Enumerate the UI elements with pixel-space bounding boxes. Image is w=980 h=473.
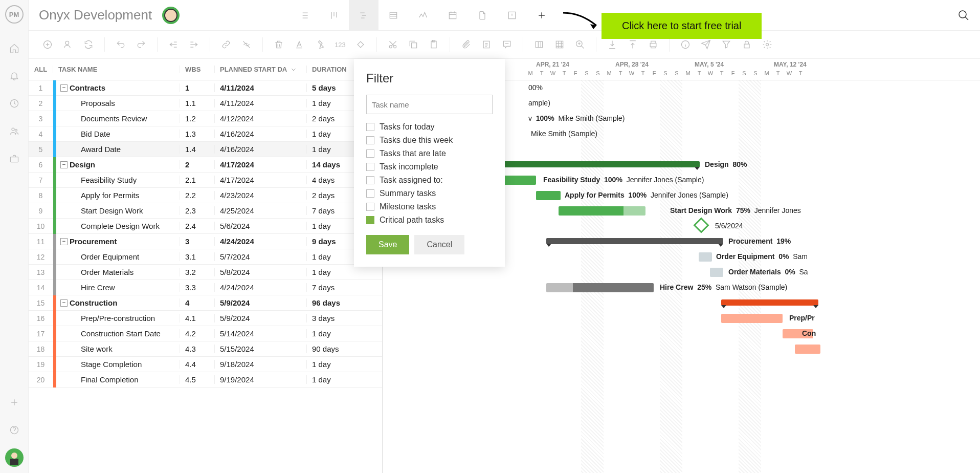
col-all[interactable]: ALL [29,66,53,73]
summary-bar[interactable] [546,238,723,244]
task-name-cell[interactable]: Apply for Permits [56,191,180,200]
milestone-shape-icon[interactable] [352,36,369,53]
col-start[interactable]: PLANNED START DA [215,66,307,73]
paste-icon[interactable] [425,36,442,53]
home-icon[interactable] [5,39,24,57]
columns-icon[interactable] [530,36,548,53]
task-bar[interactable] [559,206,645,216]
bell-icon[interactable] [5,67,24,85]
sheet-view-tab[interactable] [378,0,408,31]
project-owner-avatar[interactable] [162,7,180,24]
task-bar[interactable] [699,252,712,262]
task-bar[interactable] [795,345,820,354]
task-row[interactable]: 18 Site work 4.3 5/15/2024 90 days [29,341,382,357]
task-name-cell[interactable]: −Design [56,160,180,169]
add-view-tab[interactable] [527,0,556,31]
outdent-icon[interactable] [165,36,182,53]
checkbox-icon[interactable] [366,216,374,224]
clock-icon[interactable] [5,94,24,113]
filter-option[interactable]: Tasks due this week [366,136,493,145]
task-row[interactable]: 19 Stage Completion 4.4 9/18/2024 1 day [29,357,382,372]
workload-view-tab[interactable] [408,0,438,31]
task-row[interactable]: 20 Final Completion 4.5 9/19/2024 1 day [29,372,382,388]
task-row[interactable]: 14 Hire Crew 3.3 4/24/2024 7 days [29,280,382,295]
task-row[interactable]: 4 Bid Date 1.3 4/16/2024 1 day [29,126,382,142]
briefcase-icon[interactable] [5,149,24,168]
assign-icon[interactable] [59,36,77,53]
filter-option[interactable]: Summary tasks [366,189,493,198]
task-name-cell[interactable]: Documents Review [56,114,180,123]
task-row[interactable]: 16 Prep/Pre-construction 4.1 5/9/2024 3 … [29,311,382,326]
attach-icon[interactable] [457,36,475,53]
summary-bar[interactable] [721,299,818,306]
task-name-cell[interactable]: Start Design Work [56,206,180,215]
expand-icon[interactable]: − [60,84,68,92]
task-name-cell[interactable]: Site work [56,345,180,353]
task-row[interactable]: 5 Award Date 1.4 4/16/2024 1 day [29,142,382,157]
files-view-tab[interactable] [467,0,497,31]
expand-icon[interactable]: − [60,299,68,307]
task-row[interactable]: 12 Order Equipment 3.1 5/7/2024 1 day [29,249,382,265]
checkbox-icon[interactable] [366,203,374,211]
auto-number-icon[interactable]: 123 [331,36,349,53]
grid-icon[interactable] [551,36,568,53]
unlink-icon[interactable] [238,36,255,53]
filter-task-name-input[interactable] [366,95,493,114]
task-name-cell[interactable]: Final Completion [56,375,180,384]
task-bar[interactable] [536,191,561,200]
refresh-icon[interactable] [80,36,97,53]
task-name-cell[interactable]: Proposals [56,99,180,107]
filter-option[interactable]: Tasks that are late [366,149,493,158]
task-row[interactable]: 15 −Construction 4 5/9/2024 96 days [29,295,382,311]
add-task-icon[interactable] [39,36,56,53]
link-icon[interactable] [217,36,235,53]
people-icon[interactable] [5,122,24,140]
undo-icon[interactable] [112,36,129,53]
task-name-cell[interactable]: −Construction [56,298,180,307]
task-name-cell[interactable]: Award Date [56,145,180,154]
col-name[interactable]: TASK NAME [53,66,180,73]
task-row[interactable]: 10 Complete Design Work 2.4 5/6/2024 1 d… [29,219,382,234]
copy-icon[interactable] [405,36,422,53]
task-row[interactable]: 8 Apply for Permits 2.2 4/23/2024 2 days [29,188,382,203]
board-view-tab[interactable] [319,0,349,31]
user-avatar[interactable] [5,448,24,467]
task-name-cell[interactable]: Order Equipment [56,252,180,261]
search-icon[interactable] [957,9,970,24]
milestone-marker[interactable] [693,217,709,233]
task-name-cell[interactable]: Prep/Pre-construction [56,314,180,322]
filter-option[interactable]: Critical path tasks [366,216,493,225]
checkbox-icon[interactable] [366,163,374,171]
task-bar[interactable] [710,268,723,277]
filter-option[interactable]: Task incomplete [366,162,493,171]
task-row[interactable]: 9 Start Design Work 2.3 4/25/2024 7 days [29,203,382,219]
task-name-cell[interactable]: Order Materials [56,268,180,276]
task-bar[interactable] [721,314,783,323]
comment-icon[interactable] [498,36,516,53]
task-row[interactable]: 6 −Design 2 4/17/2024 14 days [29,157,382,173]
notes-icon[interactable] [478,36,495,53]
checkbox-icon[interactable] [366,123,374,131]
list-view-tab[interactable] [289,0,319,31]
task-name-cell[interactable]: Complete Design Work [56,222,180,230]
critical-path-icon[interactable] [311,36,328,53]
expand-icon[interactable]: − [60,161,68,168]
checkbox-icon[interactable] [366,136,374,144]
redo-icon[interactable] [132,36,150,53]
delete-icon[interactable] [270,36,287,53]
cta-free-trial-button[interactable]: Click here to start free trial [602,13,762,39]
task-row[interactable]: 7 Feasibility Study 2.1 4/17/2024 4 days [29,173,382,188]
checkbox-icon[interactable] [366,189,374,198]
task-row[interactable]: 11 −Procurement 3 4/24/2024 9 days [29,234,382,249]
calendar-view-tab[interactable] [438,0,467,31]
task-name-cell[interactable]: Feasibility Study [56,176,180,184]
task-row[interactable]: 3 Documents Review 1.2 4/12/2024 2 days [29,111,382,126]
filter-cancel-button[interactable]: Cancel [414,235,464,254]
task-row[interactable]: 1 −Contracts 1 4/11/2024 5 days [29,80,382,96]
task-name-cell[interactable]: Bid Date [56,130,180,138]
gantt-view-tab[interactable] [349,0,378,31]
task-row[interactable]: 17 Construction Start Date 4.2 5/14/2024… [29,326,382,341]
plus-icon[interactable] [5,393,24,412]
risk-view-tab[interactable] [497,0,527,31]
cut-icon[interactable] [384,36,402,53]
